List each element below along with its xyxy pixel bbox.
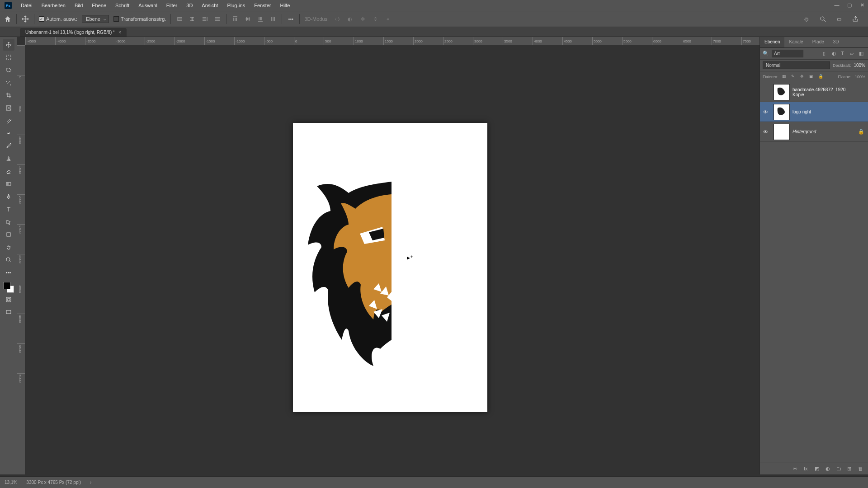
layer-row[interactable]: 👁logo right	[760, 102, 868, 122]
cloud-docs-icon[interactable]: ◎	[802, 14, 811, 23]
lock-pixels-icon[interactable]: ▦	[782, 74, 788, 80]
workspace-icon[interactable]: ▭	[835, 14, 844, 23]
frame-tool[interactable]	[3, 102, 14, 114]
move-tool[interactable]	[3, 39, 14, 51]
heal-tool[interactable]	[3, 127, 14, 139]
document-tab[interactable]: Unbenannt-1 bei 13,1% (logo right, RGB/8…	[20, 28, 127, 37]
hand-tool[interactable]	[3, 241, 14, 253]
search-icon[interactable]	[818, 14, 827, 23]
visibility-toggle[interactable]: 👁	[760, 129, 771, 135]
share-icon[interactable]	[851, 14, 860, 23]
brush-tool[interactable]	[3, 140, 14, 152]
shape-tool[interactable]	[3, 229, 14, 240]
menu-hilfe[interactable]: Hilfe	[275, 0, 294, 11]
menu-plug-ins[interactable]: Plug-ins	[222, 0, 250, 11]
transform-ctrl-checkbox[interactable]: Transformationsstrg.	[113, 16, 166, 22]
menu-bearbeiten[interactable]: Bearbeiten	[37, 0, 70, 11]
layer-row[interactable]: handmade-4926872_1920 Kopie	[760, 82, 868, 102]
align-bottom-icon[interactable]	[256, 15, 264, 23]
lock-move-icon[interactable]: ✥	[800, 74, 806, 80]
home-icon[interactable]	[4, 15, 12, 23]
minimize-button[interactable]: —	[834, 2, 840, 8]
color-swatch[interactable]	[3, 282, 14, 293]
canvas-artwork[interactable]	[293, 123, 487, 412]
align-top-icon[interactable]	[231, 15, 239, 23]
pen-tool[interactable]	[3, 191, 14, 202]
layer-name[interactable]: Hintergrund	[793, 129, 858, 134]
maximize-button[interactable]: ▢	[846, 2, 853, 8]
auto-select-dropdown[interactable]: Ebene	[82, 15, 109, 23]
adjustment-icon[interactable]: ◐	[826, 466, 832, 472]
menu-ansicht[interactable]: Ansicht	[197, 0, 222, 11]
align-right-icon[interactable]	[201, 15, 209, 23]
zoom-value[interactable]: 13,1%	[5, 480, 17, 485]
trash-icon[interactable]: 🗑	[858, 466, 864, 472]
type-tool[interactable]	[3, 203, 14, 215]
blend-mode-dropdown[interactable]: Normal	[763, 61, 830, 69]
quickmask-icon[interactable]	[3, 294, 14, 305]
tab-ebenen[interactable]: Ebenen	[760, 37, 784, 47]
filter-type-icon[interactable]: T	[841, 51, 847, 57]
align-left-icon[interactable]	[175, 15, 184, 23]
menu-fenster[interactable]: Fenster	[250, 0, 275, 11]
eraser-tool[interactable]	[3, 165, 14, 177]
layer-row[interactable]: 👁Hintergrund🔒	[760, 122, 868, 142]
move-tool-icon[interactable]	[21, 15, 29, 23]
eyedropper-tool[interactable]	[3, 115, 14, 127]
doc-info[interactable]: 3300 Px x 4765 Px (72 ppi)	[26, 480, 81, 485]
opacity-value[interactable]: 100%	[854, 63, 865, 68]
lasso-tool[interactable]	[3, 64, 14, 76]
menu-filter[interactable]: Filter	[162, 0, 182, 11]
visibility-toggle[interactable]: 👁	[760, 109, 771, 115]
ruler-vertical[interactable]: 0500100015002000250030003500400045005000	[17, 45, 25, 474]
fill-value[interactable]: 100%	[855, 75, 865, 79]
layer-name[interactable]: logo right	[793, 109, 858, 114]
lock-all-icon[interactable]: 🔒	[818, 74, 824, 80]
edit-toolbar-icon[interactable]: •••	[3, 267, 14, 278]
screenmode-icon[interactable]	[3, 306, 14, 318]
marquee-tool[interactable]	[3, 52, 14, 63]
stamp-tool[interactable]	[3, 153, 14, 164]
filter-adjust-icon[interactable]: ◐	[832, 51, 838, 57]
mask-icon[interactable]: ◩	[815, 466, 821, 472]
doc-info-chevron-icon[interactable]: ›	[90, 480, 91, 485]
menu-datei[interactable]: Datei	[16, 0, 37, 11]
align-vcenter-icon[interactable]	[244, 15, 252, 23]
layer-thumbnail[interactable]	[774, 104, 790, 120]
link-layers-icon[interactable]: ⚯	[793, 466, 799, 472]
gradient-tool[interactable]	[3, 178, 14, 190]
align-hcenter-icon[interactable]	[188, 15, 196, 23]
filter-shape-icon[interactable]: ▱	[850, 51, 856, 57]
menu-3d[interactable]: 3D	[182, 0, 197, 11]
lock-icon[interactable]: 🔒	[858, 129, 864, 135]
new-layer-icon[interactable]: ⊞	[847, 466, 854, 472]
path-select-tool[interactable]	[3, 216, 14, 228]
more-align-icon[interactable]: •••	[287, 15, 295, 23]
crop-tool[interactable]	[3, 89, 14, 101]
filter-image-icon[interactable]: ▯	[823, 51, 829, 57]
close-button[interactable]: ✕	[859, 2, 865, 8]
distribute-v-icon[interactable]	[269, 15, 277, 23]
auto-select-checkbox[interactable]: ✓Autom. ausw.:	[39, 16, 77, 22]
ruler-horizontal[interactable]: -4500-4000-3500-3000-2500-2000-1500-1000…	[25, 37, 760, 45]
panel-tabs[interactable]: EbenenKanälePfade3D	[760, 37, 868, 48]
lock-artboard-icon[interactable]: ▣	[809, 74, 815, 80]
tab-kanäle[interactable]: Kanäle	[784, 37, 807, 47]
menu-ebene[interactable]: Ebene	[87, 0, 111, 11]
menu-auswahl[interactable]: Auswahl	[134, 0, 162, 11]
wand-tool[interactable]	[3, 77, 14, 89]
distribute-h-icon[interactable]	[213, 15, 222, 23]
layer-name[interactable]: handmade-4926872_1920 Kopie	[793, 87, 858, 97]
menu-schrift[interactable]: Schrift	[111, 0, 134, 11]
tab-pfade[interactable]: Pfade	[808, 37, 829, 47]
layer-filter-dropdown[interactable]: Art	[772, 50, 803, 57]
fx-icon[interactable]: fx	[804, 466, 810, 472]
layer-thumbnail[interactable]	[774, 84, 790, 100]
lock-position-icon[interactable]: ✎	[791, 74, 797, 80]
close-tab-icon[interactable]: ×	[118, 30, 121, 35]
menu-bild[interactable]: Bild	[70, 0, 87, 11]
layer-thumbnail[interactable]	[774, 124, 790, 140]
group-icon[interactable]: 🗀	[836, 466, 843, 472]
zoom-tool[interactable]	[3, 254, 14, 266]
tab-3d[interactable]: 3D	[829, 37, 844, 47]
